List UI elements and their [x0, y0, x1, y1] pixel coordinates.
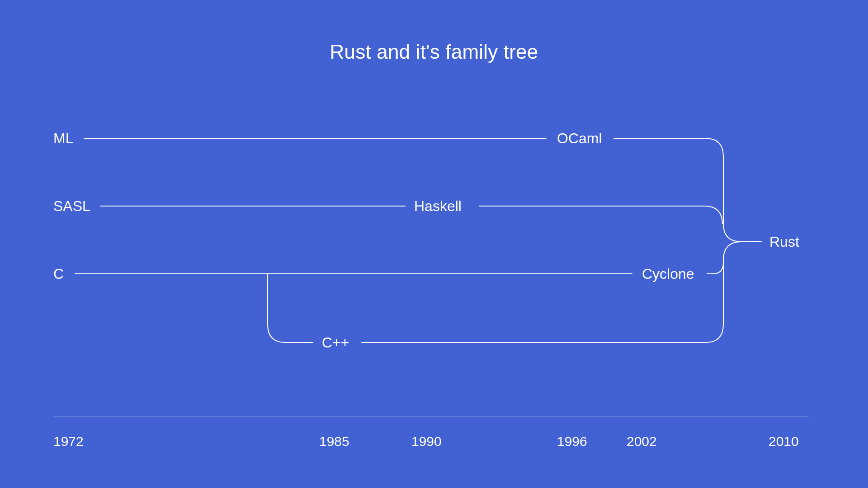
timeline-tick-0: 1972: [53, 434, 84, 449]
edge-cyclone-merge: [707, 260, 723, 274]
timeline-axis: [54, 417, 809, 417]
edge-ocaml-merge: [614, 138, 723, 224]
edge-merge-rust-bottom: [723, 242, 741, 260]
edge-c-branch-cpp: [268, 274, 313, 343]
edge-merge-rust-top: [723, 224, 761, 242]
timeline-tick-3: 1996: [557, 434, 587, 449]
timeline-tick-2: 1990: [411, 434, 442, 449]
edge-cpp-merge: [362, 260, 723, 343]
timeline-tick-5: 2010: [769, 434, 799, 449]
edge-haskell-merge: [479, 206, 722, 224]
timeline-tick-4: 2002: [627, 434, 657, 449]
tree-connectors: [0, 0, 868, 488]
diagram-stage: Rust and it's family tree ML SASL C OCam…: [0, 0, 868, 488]
timeline-tick-1: 1985: [319, 434, 349, 449]
